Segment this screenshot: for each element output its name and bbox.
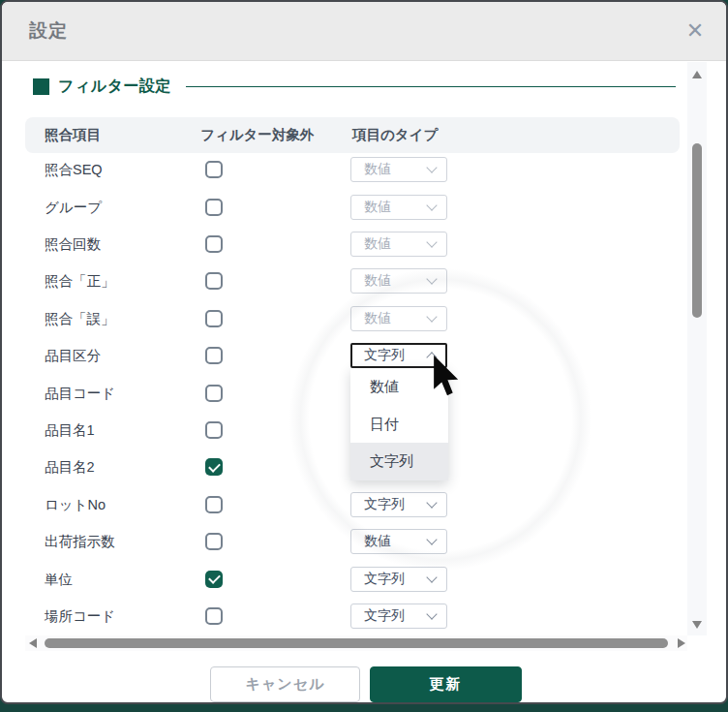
row-label: 照合SEQ — [45, 161, 103, 179]
select-value: 数値 — [364, 310, 391, 327]
table-row: 品目名2 — [2, 449, 689, 485]
chevron-down-icon — [426, 497, 437, 508]
select-value: 文字列 — [364, 347, 405, 364]
scroll-left-arrow-icon[interactable] — [29, 638, 37, 648]
chevron-down-icon — [426, 535, 437, 545]
item-type-select[interactable]: 数値 — [350, 306, 447, 331]
item-type-select[interactable]: 文字列 — [350, 492, 447, 517]
row-label: 品目名2 — [45, 458, 95, 477]
dropdown-option[interactable]: 文字列 — [350, 443, 448, 480]
select-value: 数値 — [364, 161, 391, 178]
chevron-down-icon — [426, 572, 437, 582]
close-icon[interactable]: ✕ — [682, 17, 709, 45]
vertical-scrollbar[interactable] — [687, 62, 707, 635]
table-row: 品目コード — [2, 374, 689, 411]
filter-exclude-checkbox[interactable] — [205, 385, 223, 402]
chevron-down-icon — [426, 163, 437, 173]
scroll-down-arrow-icon[interactable] — [692, 621, 702, 629]
item-type-select[interactable]: 数値 — [350, 232, 447, 257]
settings-dialog: 設定 ✕ フィルター設定 照合項目 フィルター対象外 項目のタイプ 照合SEQ … — [0, 0, 728, 704]
filter-exclude-checkbox[interactable] — [205, 421, 223, 439]
section-title: フィルター設定 — [58, 77, 171, 97]
filter-exclude-checkbox[interactable] — [205, 272, 223, 290]
filter-exclude-checkbox[interactable] — [205, 310, 223, 327]
table-row: ロットNo 文字列 — [2, 486, 689, 523]
filter-exclude-checkbox[interactable] — [205, 235, 223, 253]
select-value: 数値 — [364, 533, 391, 550]
chevron-down-icon — [426, 608, 437, 619]
table-row: 照合「誤」 数値 — [2, 300, 689, 337]
chevron-down-icon — [426, 236, 437, 247]
filter-exclude-checkbox[interactable] — [205, 533, 223, 550]
select-value: 文字列 — [364, 496, 405, 513]
row-label: 品目区分 — [45, 347, 101, 365]
row-label: 場所コード — [45, 606, 115, 625]
select-value: 数値 — [364, 199, 391, 216]
table-row: グループ 数値 — [2, 188, 689, 225]
section-divider — [186, 86, 676, 87]
update-button[interactable]: 更新 — [370, 666, 522, 702]
filter-exclude-checkbox[interactable] — [205, 607, 223, 625]
scroll-right-arrow-icon[interactable] — [678, 638, 685, 648]
table-row: 単位 文字列 — [2, 560, 689, 597]
dropdown-option[interactable]: 数値 — [350, 368, 448, 406]
item-type-select[interactable]: 文字列 — [350, 604, 447, 629]
table-row: 品目区分 文字列 — [2, 337, 689, 374]
select-value: 文字列 — [364, 607, 405, 625]
row-label: 照合「誤」 — [45, 309, 115, 327]
filter-section-header: フィルター設定 — [33, 76, 676, 97]
filter-exclude-checkbox[interactable] — [205, 571, 223, 588]
row-label: 品目コード — [45, 384, 115, 402]
section-bullet-icon — [33, 78, 49, 95]
dialog-titlebar: 設定 ✕ — [2, 2, 726, 61]
dropdown-option[interactable]: 日付 — [350, 406, 448, 444]
chevron-down-icon — [426, 274, 437, 285]
select-value: 数値 — [364, 235, 391, 253]
item-type-select[interactable]: 数値 — [350, 529, 447, 554]
item-type-select[interactable]: 文字列 — [350, 567, 447, 592]
row-label: グループ — [45, 198, 102, 216]
table-row: 照合SEQ 数値 — [2, 151, 689, 188]
table-header-row: 照合項目 フィルター対象外 項目のタイプ — [25, 117, 680, 153]
item-type-select[interactable]: 数値 — [350, 268, 447, 294]
row-label: 照合回数 — [45, 234, 101, 253]
filter-exclude-checkbox[interactable] — [205, 458, 223, 476]
filter-exclude-checkbox[interactable] — [205, 161, 223, 178]
horizontal-scrollbar-thumb[interactable] — [45, 638, 668, 648]
dialog-title: 設定 — [29, 18, 68, 44]
row-label: ロットNo — [45, 495, 106, 513]
chevron-down-icon — [426, 353, 437, 363]
item-type-select[interactable]: 文字列 — [350, 343, 447, 368]
column-header-item-type: 項目のタイプ — [352, 117, 438, 153]
chevron-down-icon — [426, 311, 437, 322]
select-value: 数値 — [364, 272, 391, 290]
filter-exclude-checkbox[interactable] — [205, 199, 223, 216]
column-header-match-item: 照合項目 — [45, 117, 101, 153]
column-header-filter-excluded: フィルター対象外 — [200, 117, 314, 153]
table-row: 品目名1 — [2, 412, 689, 449]
scroll-up-arrow-icon[interactable] — [692, 71, 702, 78]
chevron-down-icon — [426, 200, 437, 210]
item-type-select[interactable]: 数値 — [350, 195, 447, 220]
select-value: 文字列 — [364, 571, 405, 588]
table-row: 照合「正」 数値 — [2, 263, 689, 299]
table-row: 出荷指示数 数値 — [2, 523, 689, 560]
horizontal-scrollbar[interactable] — [25, 635, 687, 651]
row-label: 出荷指示数 — [45, 533, 115, 551]
row-label: 照合「正」 — [45, 272, 115, 291]
vertical-scrollbar-thumb[interactable] — [692, 143, 702, 318]
filter-exclude-checkbox[interactable] — [205, 496, 223, 513]
type-dropdown-menu: 数値日付文字列 — [350, 368, 448, 480]
table-row: 照合回数 数値 — [2, 226, 689, 263]
cancel-button[interactable]: キャンセル — [210, 666, 360, 702]
row-label: 品目名1 — [45, 420, 95, 439]
table-row: 場所コード 文字列 — [2, 598, 689, 635]
item-type-select[interactable]: 数値 — [350, 157, 447, 182]
filter-exclude-checkbox[interactable] — [205, 347, 223, 364]
row-label: 単位 — [45, 570, 73, 588]
